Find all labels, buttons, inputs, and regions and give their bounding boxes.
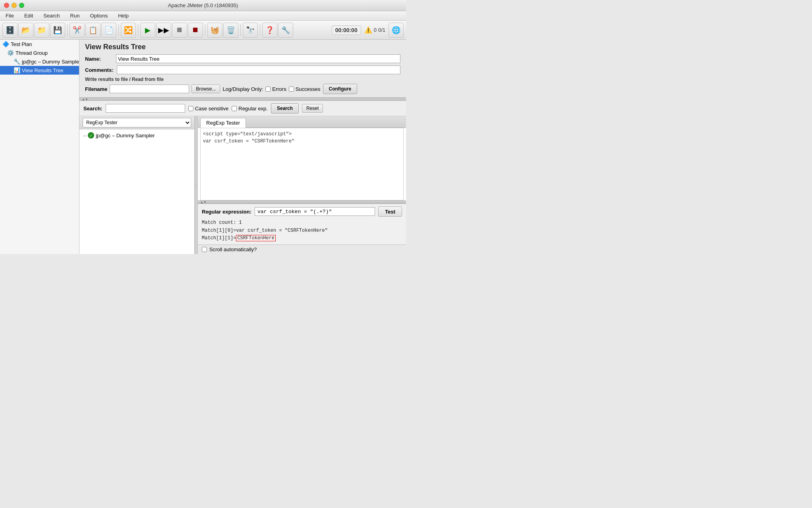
close-button[interactable] [4, 3, 9, 8]
browse-button[interactable]: Browse... [191, 85, 220, 93]
filename-label: Filename [85, 86, 107, 92]
drag-divider-1: ▲▼ [79, 98, 406, 101]
split-area: RegExp Tester CSS/JQuery Tester JSON Pat… [79, 116, 406, 254]
sampler-name: jp@gc – Dummy Sampler [96, 133, 155, 139]
clear-button[interactable]: 🧺 [207, 23, 222, 38]
successes-checkbox[interactable] [289, 87, 294, 92]
result-tab-regexp[interactable]: RegExp Tester [200, 118, 246, 128]
start-button[interactable]: ▶ [140, 23, 155, 38]
menu-help[interactable]: Help [116, 12, 130, 19]
sidebar: 🔷 Test Plan ⚙️ Thread Group 🔧 jp@gc – Du… [0, 40, 79, 254]
sampler-row[interactable]: – ✓ jp@gc – Dummy Sampler [81, 131, 193, 140]
menu-edit[interactable]: Edit [23, 12, 35, 19]
new-button[interactable]: 🗄️ [2, 23, 17, 38]
split-handle-dots: ⋮⋮ [195, 183, 198, 187]
file-row: Filename Browse... Log/Display Only: Err… [85, 84, 400, 94]
reset-button[interactable]: Reset [302, 104, 323, 113]
comments-input[interactable] [117, 65, 400, 74]
success-icon: ✓ [88, 132, 94, 139]
panel-header: View Results Tree Name: Comments: Write … [79, 40, 406, 98]
expand-button[interactable]: 🔀 [121, 23, 136, 38]
toolbar-separator-5 [240, 24, 241, 36]
sidebar-item-label: View Results Tree [22, 67, 64, 73]
window-title: Apache JMeter (5.0 r1840935) [168, 2, 238, 8]
successes-check-label[interactable]: Successes [289, 86, 321, 92]
result-line-2: var csrf_token = "CSRFTokenHere" [203, 138, 401, 145]
timer-display: 00:00:00 [332, 25, 361, 35]
result-tab-bar: RegExp Tester [198, 116, 406, 128]
panel-title: View Results Tree [85, 43, 400, 51]
remote-all-button[interactable]: 🌐 [389, 23, 404, 38]
menu-options[interactable]: Options [88, 12, 109, 19]
result-panel: RegExp Tester <script type="text/javascr… [198, 116, 406, 254]
search-input[interactable] [106, 104, 185, 113]
menu-file[interactable]: File [4, 12, 15, 19]
match-0: Match[1][0]=var csrf_token = "CSRFTokenH… [202, 227, 402, 235]
sidebar-item-test-plan[interactable]: 🔷 Test Plan [0, 40, 79, 48]
regexp-checkbox[interactable] [232, 106, 237, 111]
file-section-title: Write results to file / Read from file [85, 77, 400, 82]
regexp-input[interactable] [255, 207, 375, 216]
menu-bar: File Edit Search Run Options Help [0, 11, 406, 21]
errors-checkbox[interactable] [265, 87, 271, 92]
split-handle[interactable]: ⋮⋮ [195, 116, 198, 254]
stop-button[interactable]: ⏹ [172, 23, 187, 38]
start-no-pause-button[interactable]: ▶▶ [156, 23, 171, 38]
regexp-label: Regular expression: [202, 209, 251, 215]
successes-label: Successes [296, 86, 321, 92]
shutdown-button[interactable]: ⏹ [188, 23, 203, 38]
regexp-check-label[interactable]: Regular exp. [232, 106, 268, 112]
log-display-label: Log/Display Only: [222, 86, 263, 92]
errors-check-label[interactable]: Errors [265, 86, 286, 92]
remote-button[interactable]: 🔧 [278, 23, 293, 38]
name-input[interactable] [116, 54, 400, 63]
scroll-auto-checkbox[interactable] [202, 247, 207, 252]
sidebar-item-label: jp@gc – Dummy Sampler [22, 59, 79, 65]
toolbar-right: 00:00:00 ⚠️ 0 0/1 🌐 [332, 23, 404, 38]
warning-display: ⚠️ 0 0/1 [364, 26, 385, 34]
case-sensitive-text: Case sensitive [195, 106, 229, 112]
warning-count: 0 [374, 27, 377, 33]
menu-search[interactable]: Search [42, 12, 61, 19]
result-content: <script type="text/javascript"> var csrf… [200, 128, 404, 200]
results-tree-icon: 📊 [14, 67, 20, 73]
run-ratio: 0/1 [378, 27, 385, 33]
paste-button[interactable]: 📄 [101, 23, 116, 38]
maximize-button[interactable] [19, 3, 24, 8]
filename-input[interactable] [110, 85, 189, 93]
match-results: Match count: 1 Match[1][0]=var csrf_toke… [202, 219, 402, 242]
match-count: Match count: 1 [202, 219, 402, 227]
case-sensitive-label[interactable]: Case sensitive [188, 106, 229, 112]
minimize-button[interactable] [12, 3, 17, 8]
result-line-1: <script type="text/javascript"> [203, 131, 401, 138]
expand-arrow: – [83, 133, 86, 139]
test-button[interactable]: Test [378, 206, 402, 217]
regexp-row: Regular expression: Test [202, 206, 402, 217]
copy-button[interactable]: 📋 [85, 23, 101, 38]
match-1-row: Match[1][1]=CSRFTokenHere [202, 235, 402, 242]
search-button[interactable]: Search [271, 103, 299, 114]
toolbar-separator-6 [260, 24, 260, 36]
case-sensitive-checkbox[interactable] [188, 106, 193, 111]
tree-panel-header: RegExp Tester CSS/JQuery Tester JSON Pat… [79, 116, 194, 129]
sidebar-item-thread-group[interactable]: ⚙️ Thread Group [0, 48, 79, 57]
save-button[interactable]: 💾 [50, 23, 65, 38]
title-bar: Apache JMeter (5.0 r1840935) [0, 0, 406, 11]
configure-button[interactable]: Configure [323, 84, 358, 94]
toolbar-separator-3 [138, 24, 138, 36]
sidebar-item-view-results-tree[interactable]: 📊 View Results Tree [0, 66, 79, 75]
cut-button[interactable]: ✂️ [70, 23, 85, 38]
tree-content: – ✓ jp@gc – Dummy Sampler [79, 129, 194, 254]
scroll-check-row: Scroll automatically? [198, 244, 406, 254]
open-recent-button[interactable]: 📁 [34, 23, 49, 38]
sidebar-item-label: Test Plan [11, 41, 32, 47]
view-type-dropdown[interactable]: RegExp Tester CSS/JQuery Tester JSON Pat… [83, 118, 191, 127]
search-toolbar-button[interactable]: 🔭 [243, 23, 258, 38]
toolbar-separator-4 [205, 24, 205, 36]
clear-all-button[interactable]: 🗑️ [223, 23, 238, 38]
help-button[interactable]: ❓ [262, 23, 277, 38]
regexp-section: Regular expression: Test Match count: 1 … [198, 204, 406, 244]
menu-run[interactable]: Run [69, 12, 81, 19]
sidebar-item-dummy-sampler[interactable]: 🔧 jp@gc – Dummy Sampler [0, 57, 79, 66]
open-button[interactable]: 📂 [18, 23, 33, 38]
